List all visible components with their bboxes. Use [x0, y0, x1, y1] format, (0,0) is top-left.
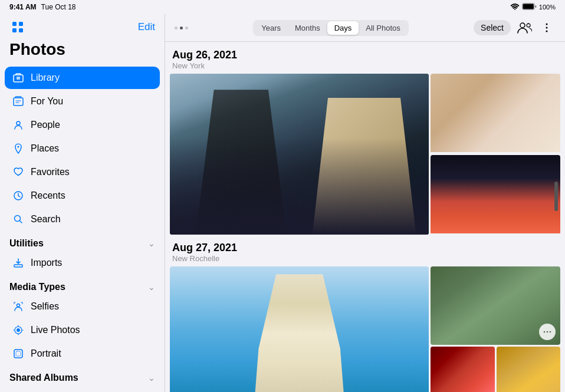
- people-button[interactable]: [515, 19, 533, 37]
- sidebar-item-search[interactable]: Search: [5, 208, 160, 230]
- more-options-button[interactable]: [538, 19, 556, 37]
- utilities-section-header[interactable]: Utilities ⌄: [0, 231, 165, 251]
- recents-icon: [12, 189, 25, 202]
- svg-rect-19: [14, 350, 22, 358]
- photo-small-1b[interactable]: [431, 155, 560, 235]
- date-header-2: Aug 27, 2021 New Rochelle: [170, 239, 560, 266]
- more-options-overlay[interactable]: [539, 324, 556, 340]
- select-button[interactable]: Select: [474, 20, 511, 35]
- favorites-icon: [12, 166, 25, 179]
- photo-large-2[interactable]: [170, 266, 429, 392]
- battery-icon: [522, 3, 537, 11]
- svg-point-12: [18, 146, 19, 148]
- svg-rect-20: [16, 351, 21, 356]
- svg-rect-9: [17, 77, 20, 80]
- svg-point-32: [547, 331, 548, 332]
- media-types-chevron: ⌄: [148, 282, 155, 292]
- dot-1: [175, 27, 178, 29]
- svg-point-28: [546, 24, 547, 25]
- photo-row-2: [170, 266, 560, 392]
- sidebar-item-favorites[interactable]: Favorites: [5, 161, 160, 183]
- sidebar-item-all-shared-albums[interactable]: All Shared Albums: [5, 386, 160, 392]
- photo-large-1[interactable]: [170, 74, 429, 235]
- svg-point-26: [520, 23, 525, 28]
- date-title-2: Aug 27, 2021: [172, 242, 558, 254]
- photo-pair-2b[interactable]: [497, 347, 560, 392]
- view-days[interactable]: Days: [327, 21, 359, 35]
- dot-3: [185, 27, 188, 29]
- live-photos-label: Live Photos: [31, 325, 80, 335]
- shared-albums-title: Shared Albums: [9, 373, 78, 383]
- people-icon: [12, 118, 25, 131]
- photo-stack-1: [431, 74, 560, 235]
- photo-stack-2: [431, 266, 560, 392]
- search-label: Search: [31, 214, 61, 225]
- selfies-icon: [12, 300, 25, 313]
- utilities-chevron: ⌄: [148, 239, 155, 248]
- sidebar-item-live-photos[interactable]: Live Photos: [5, 319, 160, 341]
- portrait-icon: [12, 347, 25, 360]
- svg-point-27: [527, 24, 530, 27]
- imports-icon: [12, 256, 25, 269]
- svg-point-31: [544, 331, 545, 332]
- svg-rect-5: [19, 22, 23, 26]
- sidebar-title: Photos: [0, 38, 165, 66]
- places-icon: [12, 142, 25, 155]
- date-section-2: Aug 27, 2021 New Rochelle: [170, 239, 560, 392]
- topbar-right: Select: [474, 19, 556, 37]
- svg-point-33: [550, 331, 551, 332]
- photo-small-1a[interactable]: [431, 74, 560, 153]
- status-time: 9:41 AM: [9, 3, 37, 11]
- view-all-photos[interactable]: All Photos: [359, 21, 408, 35]
- content-area: Years Months Days All Photos Select: [165, 14, 565, 392]
- utilities-title: Utilities: [9, 238, 44, 249]
- sidebar-item-recents[interactable]: Recents: [5, 185, 160, 207]
- shared-albums-section-header[interactable]: Shared Albums ⌄: [0, 365, 165, 386]
- people-label: People: [31, 120, 60, 130]
- sidebar-item-library[interactable]: Library: [5, 67, 160, 89]
- search-icon: [12, 213, 25, 226]
- date-title-1: Aug 26, 2021: [172, 49, 558, 61]
- content-topbar: Years Months Days All Photos Select: [165, 14, 565, 42]
- library-label: Library: [31, 73, 60, 83]
- view-years[interactable]: Years: [254, 21, 288, 35]
- photo-scroll[interactable]: Aug 26, 2021 New York: [165, 42, 565, 392]
- photo-small-2a[interactable]: [431, 266, 560, 345]
- photo-pair-2a[interactable]: [431, 347, 494, 392]
- edit-button[interactable]: Edit: [138, 21, 155, 33]
- recents-label: Recents: [31, 190, 65, 201]
- sidebar-item-people[interactable]: People: [5, 114, 160, 136]
- svg-rect-15: [14, 265, 22, 267]
- status-icons: 100%: [510, 3, 556, 11]
- for-you-label: For You: [31, 96, 63, 107]
- svg-rect-10: [14, 98, 23, 106]
- photo-row-1: [170, 74, 560, 235]
- sidebar-item-selfies[interactable]: Selfies: [5, 295, 160, 318]
- view-months[interactable]: Months: [288, 21, 327, 35]
- imports-label: Imports: [31, 258, 62, 268]
- status-bar: 9:41 AM Tue Oct 18 100%: [0, 0, 565, 14]
- selfies-label: Selfies: [31, 301, 59, 312]
- date-header-1: Aug 26, 2021 New York: [170, 47, 560, 74]
- sidebar-grid-icon[interactable]: [9, 19, 26, 35]
- media-types-section-header[interactable]: Media Types ⌄: [0, 275, 165, 295]
- shared-albums-chevron: ⌄: [148, 373, 155, 383]
- date-section-1: Aug 26, 2021 New York: [170, 47, 560, 235]
- sidebar-item-imports[interactable]: Imports: [5, 252, 160, 274]
- sidebar-item-portrait[interactable]: Portrait: [5, 342, 160, 365]
- wifi-icon: [510, 3, 520, 11]
- battery-percent: 100%: [539, 4, 556, 11]
- home-indicator[interactable]: [554, 182, 558, 211]
- sidebar-item-for-you[interactable]: For You: [5, 90, 160, 113]
- svg-point-11: [17, 121, 20, 125]
- live-photos-icon: [12, 324, 25, 337]
- svg-point-0: [514, 9, 515, 10]
- page-dots: [175, 27, 188, 29]
- photo-pair-2: [431, 347, 560, 392]
- sidebar-item-places[interactable]: Places: [5, 137, 160, 160]
- library-icon: [12, 71, 25, 84]
- svg-rect-3: [523, 4, 534, 9]
- svg-rect-7: [19, 28, 23, 32]
- svg-point-16: [17, 304, 20, 307]
- date-location-2: New Rochelle: [172, 254, 558, 263]
